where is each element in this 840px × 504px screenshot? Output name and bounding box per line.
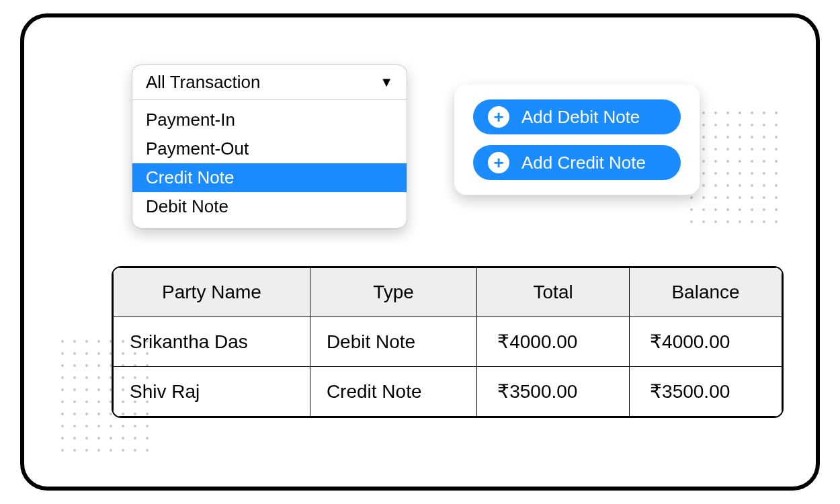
cell-balance: ₹3500.00	[630, 367, 782, 417]
dropdown-header[interactable]: All Transaction ▼	[132, 65, 407, 100]
dropdown-option-payment-out[interactable]: Payment-Out	[132, 134, 407, 163]
table-header-row: Party Name Type Total Balance	[114, 268, 782, 317]
add-debit-note-label: Add Debit Note	[521, 107, 640, 128]
plus-icon: +	[488, 152, 509, 173]
add-credit-note-label: Add Credit Note	[521, 153, 646, 173]
dropdown-option-credit-note[interactable]: Credit Note	[132, 163, 407, 192]
table-row[interactable]: Shiv Raj Credit Note ₹3500.00 ₹3500.00	[114, 367, 782, 417]
dropdown-selected-label: All Transaction	[146, 72, 261, 93]
transactions-table: Party Name Type Total Balance Srikantha …	[112, 266, 784, 418]
add-debit-note-button[interactable]: + Add Debit Note	[473, 99, 681, 134]
cell-total: ₹3500.00	[477, 367, 630, 417]
cell-total: ₹4000.00	[477, 317, 630, 367]
col-type: Type	[310, 268, 476, 317]
cell-type: Credit Note	[310, 367, 476, 417]
add-credit-note-button[interactable]: + Add Credit Note	[473, 145, 681, 180]
plus-icon: +	[488, 106, 509, 128]
col-party-name: Party Name	[114, 268, 310, 317]
col-balance: Balance	[630, 268, 782, 317]
cell-type: Debit Note	[310, 317, 476, 367]
table-row[interactable]: Srikantha Das Debit Note ₹4000.00 ₹4000.…	[114, 317, 782, 367]
chevron-down-icon: ▼	[380, 75, 393, 90]
decorative-dots-right	[690, 112, 779, 224]
add-note-actions-card: + Add Debit Note + Add Credit Note	[454, 85, 700, 195]
col-total: Total	[477, 268, 630, 317]
cell-balance: ₹4000.00	[630, 317, 782, 367]
transaction-filter-dropdown[interactable]: All Transaction ▼ Payment-In Payment-Out…	[132, 65, 407, 228]
dropdown-option-debit-note[interactable]: Debit Note	[132, 192, 407, 221]
dropdown-options-list: Payment-In Payment-Out Credit Note Debit…	[132, 100, 407, 228]
cell-party: Srikantha Das	[114, 317, 310, 367]
cell-party: Shiv Raj	[114, 367, 310, 417]
app-frame: All Transaction ▼ Payment-In Payment-Out…	[20, 13, 820, 491]
dropdown-option-payment-in[interactable]: Payment-In	[132, 106, 407, 134]
